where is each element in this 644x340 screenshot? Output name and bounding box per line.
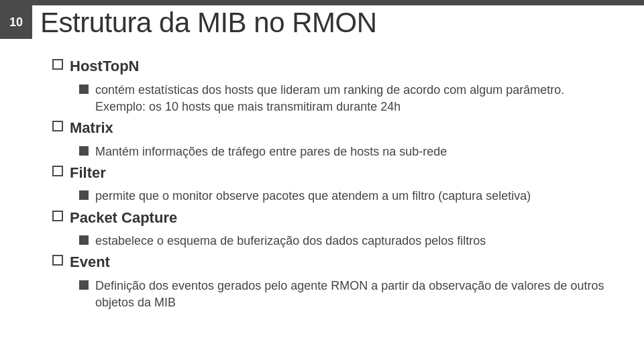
section-filter: Filter permite que o monitor observe pac… [52,164,617,205]
slide: 10 Estrutura da MIB no RMON HostTopN con… [0,0,644,340]
matrix-item: Matrix [52,119,617,138]
packet-capture-desc-text: estabelece o esquema de buferização dos … [95,233,486,249]
matrix-label: Matrix [70,119,113,138]
packet-capture-desc-icon [79,235,89,245]
slide-title: Estrutura da MIB no RMON [40,7,631,39]
event-desc-icon [79,280,89,290]
hosttopn-desc-text: contém estatísticas dos hosts que lidera… [95,82,617,115]
filter-item: Filter [52,164,617,183]
filter-desc-icon [79,190,89,200]
matrix-icon [52,121,63,131]
filter-icon [52,166,63,176]
filter-desc-text: permite que o monitor observe pacotes qu… [95,188,531,205]
matrix-desc-item: Mantém informações de tráfego entre pare… [79,144,617,160]
hosttopn-desc-item: contém estatísticas dos hosts que lidera… [79,82,617,115]
event-icon [52,255,63,266]
event-desc-item: Definição dos eventos gerados pelo agent… [79,278,617,311]
section-event: Event Definição dos eventos gerados pelo… [52,253,617,311]
hosttopn-icon [52,59,63,70]
section-hosttopn: HostTopN contém estatísticas dos hosts q… [52,57,617,115]
matrix-desc-icon [79,146,89,156]
slide-number: 10 [0,5,32,39]
matrix-desc-text: Mantém informações de tráfego entre pare… [95,144,447,160]
event-desc-text: Definição dos eventos gerados pelo agent… [95,278,617,311]
hosttopn-desc-icon [79,84,89,94]
hosttopn-item: HostTopN [52,57,617,76]
content-area: HostTopN contém estatísticas dos hosts q… [32,50,631,333]
packet-capture-label: Packet Capture [70,209,177,228]
section-matrix: Matrix Mantém informações de tráfego ent… [52,119,617,160]
packet-capture-desc-item: estabelece o esquema de buferização dos … [79,233,617,249]
section-packet-capture: Packet Capture estabelece o esquema de b… [52,209,617,250]
top-accent-bar [0,0,644,5]
event-item: Event [52,253,617,272]
event-label: Event [70,253,110,272]
hosttopn-label: HostTopN [70,57,139,76]
filter-desc-item: permite que o monitor observe pacotes qu… [79,188,617,205]
packet-capture-icon [52,211,63,221]
filter-label: Filter [70,164,106,183]
packet-capture-item: Packet Capture [52,209,617,228]
